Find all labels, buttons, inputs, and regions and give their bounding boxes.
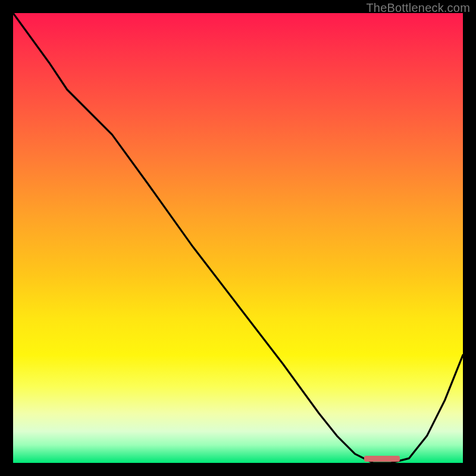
bottleneck-curve — [13, 13, 463, 463]
plot-area — [13, 13, 463, 463]
optimal-range-marker — [364, 456, 400, 462]
watermark-text: TheBottleneck.com — [366, 1, 470, 15]
curve-svg — [13, 13, 463, 463]
chart-frame: TheBottleneck.com — [0, 0, 476, 476]
